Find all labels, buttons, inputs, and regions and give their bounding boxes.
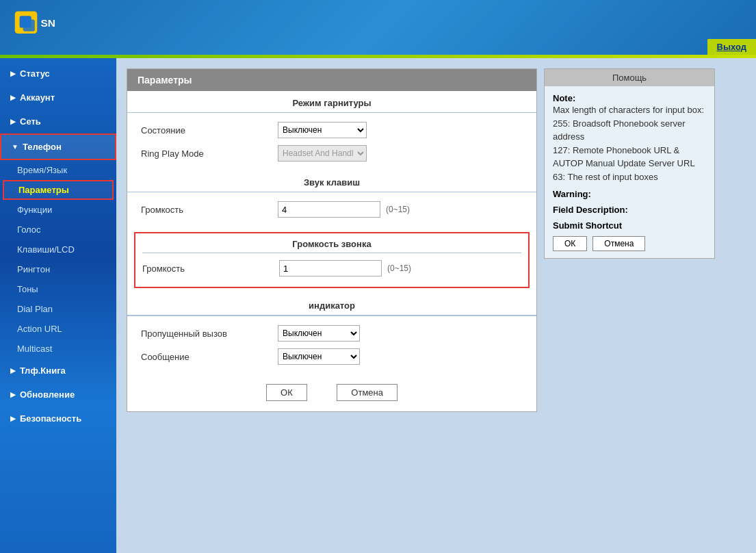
sidebar-label-dial-plan: Dial Plan xyxy=(17,304,53,314)
message-select[interactable]: Выключен Включен xyxy=(278,348,360,365)
help-note-main: Max length of characters for input box: xyxy=(553,105,704,115)
headset-state-label: Состояние xyxy=(141,125,278,136)
content-area: Параметры Режим гарнитуры Состояние Выкл… xyxy=(116,58,756,553)
help-field-desc-section: Field Description: xyxy=(553,205,706,215)
sidebar-label-action-url: Action URL xyxy=(17,324,62,334)
keys-section-header: Звук клавиш xyxy=(127,170,536,192)
sidebar-item-network[interactable]: Сеть xyxy=(0,110,116,133)
panels-row: Параметры Режим гарнитуры Состояние Выкл… xyxy=(127,68,746,412)
help-note-section: Note: Max length of characters for input… xyxy=(553,93,706,183)
sidebar-item-status[interactable]: Статус xyxy=(0,62,116,86)
sidebar-item-voice[interactable]: Голос xyxy=(0,220,116,240)
missed-call-select[interactable]: Выключен Включен xyxy=(278,325,360,342)
help-note-item1: 255: Broadsoft Phonebook server address xyxy=(553,118,686,142)
indicator-form-section: Пропущенный вызов Выключен Включен Сообщ… xyxy=(127,316,536,374)
ring-volume-hint: (0~15) xyxy=(387,263,411,273)
help-panel: Помощь Note: Max length of characters fo… xyxy=(544,68,715,259)
sidebar-label-keys-lcd: Клавиши/LCD xyxy=(17,244,75,255)
headset-form-section: Состояние Выключен Включен Ring Play Mod… xyxy=(127,113,536,170)
sidebar-item-ringtone[interactable]: Рингтон xyxy=(0,259,116,279)
help-note-item3: 63: The rest of input boxes xyxy=(553,172,658,182)
message-label: Сообщение xyxy=(141,352,278,362)
snr-logo: SNR xyxy=(14,9,55,47)
panel-title: Параметры xyxy=(127,69,536,91)
sidebar-label-params: Параметры xyxy=(18,185,69,195)
keys-volume-label: Громкость xyxy=(141,205,278,215)
help-note-label: Note: xyxy=(553,93,575,103)
ring-volume-label: Громкость xyxy=(142,263,279,274)
sidebar-item-update[interactable]: Обновление xyxy=(0,383,116,407)
sidebar-item-phonebook[interactable]: Тлф.Книга xyxy=(0,359,116,383)
sidebar-label-multicast: Multicast xyxy=(17,344,52,354)
help-buttons: ОК Отмена xyxy=(553,236,706,251)
header: SNR Выход xyxy=(0,0,756,55)
main-panel: Параметры Режим гарнитуры Состояние Выкл… xyxy=(127,68,537,412)
sidebar-item-tones[interactable]: Тоны xyxy=(0,279,116,299)
help-note-text: Max length of characters for input box: … xyxy=(553,103,706,183)
sidebar-item-functions[interactable]: Функции xyxy=(0,200,116,220)
svg-text:SNR: SNR xyxy=(40,16,55,28)
sidebar-label-phonebook: Тлф.Книга xyxy=(20,365,66,376)
message-row: Сообщение Выключен Включен xyxy=(141,345,523,368)
sidebar-label-account: Аккаунт xyxy=(20,92,55,103)
svg-rect-2 xyxy=(23,19,35,31)
help-ok-button[interactable]: ОК xyxy=(553,236,587,251)
ring-volume-row: Громкость (0~15) xyxy=(142,257,521,280)
submit-area: ОК Отмена xyxy=(127,374,536,411)
indicator-section-header: индикатор xyxy=(127,294,536,316)
help-submit-label: Submit Shortcut xyxy=(553,220,706,231)
sidebar-label-security: Безопасность xyxy=(20,413,81,424)
cancel-button[interactable]: Отмена xyxy=(337,384,397,401)
sidebar-label-ringtone: Рингтон xyxy=(17,264,50,274)
ok-button[interactable]: ОК xyxy=(266,384,307,401)
sidebar-label-network: Сеть xyxy=(20,116,41,127)
help-cancel-button[interactable]: Отмена xyxy=(592,236,645,251)
ring-play-mode-label: Ring Play Mode xyxy=(141,149,278,159)
help-note-item2: 127: Remote Phonebook URL & AUTOP Manual… xyxy=(553,145,695,169)
keys-volume-input[interactable] xyxy=(278,201,380,218)
main-layout: Статус Аккаунт Сеть Телефон Время/Язык П… xyxy=(0,58,756,553)
sidebar-item-security[interactable]: Безопасность xyxy=(0,407,116,430)
logout-link[interactable]: Выход xyxy=(717,42,746,52)
missed-call-row: Пропущенный вызов Выключен Включен xyxy=(141,322,523,345)
sidebar-item-phone[interactable]: Телефон xyxy=(0,133,116,160)
ring-play-mode-row: Ring Play Mode Headset And Handl Normal xyxy=(141,142,523,165)
sidebar-label-voice: Голос xyxy=(17,224,41,235)
sidebar: Статус Аккаунт Сеть Телефон Время/Язык П… xyxy=(0,58,116,553)
sidebar-item-action-url[interactable]: Action URL xyxy=(0,319,116,339)
missed-call-label: Пропущенный вызов xyxy=(141,329,278,339)
help-submit-section: Submit Shortcut ОК Отмена xyxy=(553,220,706,251)
keys-form-section: Громкость (0~15) xyxy=(127,192,536,227)
logout-area[interactable]: Выход xyxy=(707,39,756,55)
logo-container: SNR xyxy=(14,9,60,47)
keys-volume-hint: (0~15) xyxy=(386,205,410,214)
sidebar-item-params[interactable]: Параметры xyxy=(3,180,114,200)
headset-state-row: Состояние Выключен Включен xyxy=(141,118,523,142)
help-title: Помощь xyxy=(545,69,714,86)
ring-play-mode-select[interactable]: Headset And Handl Normal xyxy=(278,145,367,162)
help-warning-section: Warning: xyxy=(553,189,706,199)
sidebar-label-update: Обновление xyxy=(20,389,75,400)
ring-volume-title: Громкость звонка xyxy=(142,233,521,253)
ring-volume-section: Громкость звонка Громкость (0~15) xyxy=(134,232,530,288)
sidebar-item-multicast[interactable]: Multicast xyxy=(0,339,116,359)
help-field-desc-label: Field Description: xyxy=(553,205,628,215)
headset-state-select[interactable]: Выключен Включен xyxy=(278,122,367,138)
sidebar-label-phone: Телефон xyxy=(23,142,62,152)
sidebar-label-tones: Тоны xyxy=(17,284,38,294)
sidebar-item-time-lang[interactable]: Время/Язык xyxy=(0,160,116,180)
sidebar-item-account[interactable]: Аккаунт xyxy=(0,86,116,110)
headset-section-header: Режим гарнитуры xyxy=(127,91,536,113)
keys-volume-row: Громкость (0~15) xyxy=(141,198,523,221)
sidebar-item-keys-lcd[interactable]: Клавиши/LCD xyxy=(0,240,116,259)
sidebar-item-dial-plan[interactable]: Dial Plan xyxy=(0,299,116,319)
sidebar-label-functions: Функции xyxy=(17,205,52,215)
ring-volume-input[interactable] xyxy=(279,260,382,276)
sidebar-label-status: Статус xyxy=(20,68,50,79)
sidebar-label-time-lang: Время/Язык xyxy=(17,165,67,175)
help-warning-label: Warning: xyxy=(553,189,591,199)
